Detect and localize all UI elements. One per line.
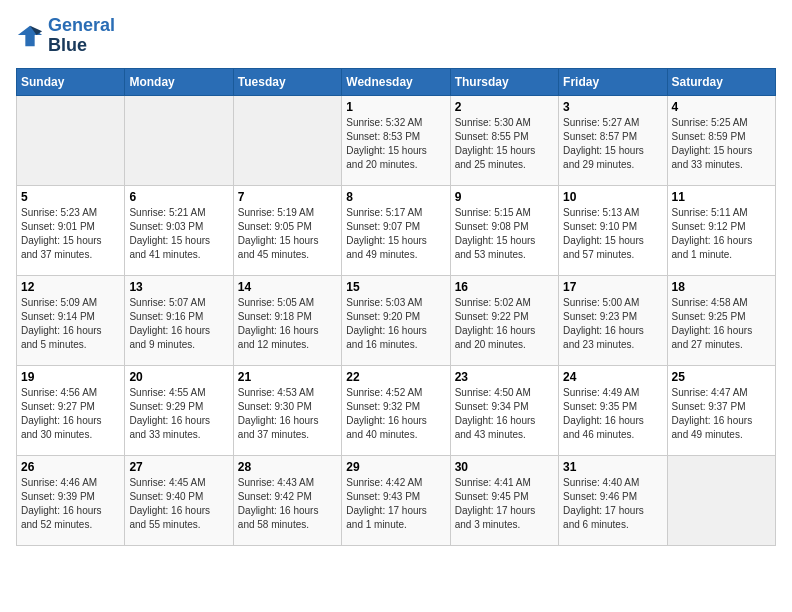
week-row-1: 1Sunrise: 5:32 AM Sunset: 8:53 PM Daylig… [17, 95, 776, 185]
calendar-cell: 25Sunrise: 4:47 AM Sunset: 9:37 PM Dayli… [667, 365, 775, 455]
calendar-cell: 19Sunrise: 4:56 AM Sunset: 9:27 PM Dayli… [17, 365, 125, 455]
logo-icon [16, 22, 44, 50]
calendar-cell: 14Sunrise: 5:05 AM Sunset: 9:18 PM Dayli… [233, 275, 341, 365]
day-info: Sunrise: 5:09 AM Sunset: 9:14 PM Dayligh… [21, 296, 120, 352]
day-number: 6 [129, 190, 228, 204]
calendar-cell: 22Sunrise: 4:52 AM Sunset: 9:32 PM Dayli… [342, 365, 450, 455]
calendar-cell: 30Sunrise: 4:41 AM Sunset: 9:45 PM Dayli… [450, 455, 558, 545]
calendar-cell: 29Sunrise: 4:42 AM Sunset: 9:43 PM Dayli… [342, 455, 450, 545]
logo: GeneralBlue [16, 16, 115, 56]
logo-text: GeneralBlue [48, 16, 115, 56]
svg-marker-0 [18, 26, 42, 47]
day-number: 21 [238, 370, 337, 384]
calendar-cell: 31Sunrise: 4:40 AM Sunset: 9:46 PM Dayli… [559, 455, 667, 545]
day-header-sunday: Sunday [17, 68, 125, 95]
day-info: Sunrise: 4:58 AM Sunset: 9:25 PM Dayligh… [672, 296, 771, 352]
day-number: 20 [129, 370, 228, 384]
day-info: Sunrise: 5:27 AM Sunset: 8:57 PM Dayligh… [563, 116, 662, 172]
calendar-cell: 16Sunrise: 5:02 AM Sunset: 9:22 PM Dayli… [450, 275, 558, 365]
day-header-wednesday: Wednesday [342, 68, 450, 95]
calendar-cell [125, 95, 233, 185]
day-number: 25 [672, 370, 771, 384]
week-row-5: 26Sunrise: 4:46 AM Sunset: 9:39 PM Dayli… [17, 455, 776, 545]
day-number: 22 [346, 370, 445, 384]
day-info: Sunrise: 4:42 AM Sunset: 9:43 PM Dayligh… [346, 476, 445, 532]
day-info: Sunrise: 4:55 AM Sunset: 9:29 PM Dayligh… [129, 386, 228, 442]
day-info: Sunrise: 5:21 AM Sunset: 9:03 PM Dayligh… [129, 206, 228, 262]
day-number: 13 [129, 280, 228, 294]
header-row: SundayMondayTuesdayWednesdayThursdayFrid… [17, 68, 776, 95]
calendar-cell: 12Sunrise: 5:09 AM Sunset: 9:14 PM Dayli… [17, 275, 125, 365]
day-number: 31 [563, 460, 662, 474]
day-number: 11 [672, 190, 771, 204]
calendar-cell: 21Sunrise: 4:53 AM Sunset: 9:30 PM Dayli… [233, 365, 341, 455]
day-number: 23 [455, 370, 554, 384]
day-info: Sunrise: 5:00 AM Sunset: 9:23 PM Dayligh… [563, 296, 662, 352]
calendar-cell: 7Sunrise: 5:19 AM Sunset: 9:05 PM Daylig… [233, 185, 341, 275]
calendar-cell: 27Sunrise: 4:45 AM Sunset: 9:40 PM Dayli… [125, 455, 233, 545]
calendar-cell: 6Sunrise: 5:21 AM Sunset: 9:03 PM Daylig… [125, 185, 233, 275]
calendar-cell: 15Sunrise: 5:03 AM Sunset: 9:20 PM Dayli… [342, 275, 450, 365]
day-number: 1 [346, 100, 445, 114]
day-info: Sunrise: 5:11 AM Sunset: 9:12 PM Dayligh… [672, 206, 771, 262]
calendar-cell: 5Sunrise: 5:23 AM Sunset: 9:01 PM Daylig… [17, 185, 125, 275]
day-info: Sunrise: 5:03 AM Sunset: 9:20 PM Dayligh… [346, 296, 445, 352]
day-number: 30 [455, 460, 554, 474]
calendar-cell: 8Sunrise: 5:17 AM Sunset: 9:07 PM Daylig… [342, 185, 450, 275]
day-info: Sunrise: 5:07 AM Sunset: 9:16 PM Dayligh… [129, 296, 228, 352]
day-number: 3 [563, 100, 662, 114]
day-header-saturday: Saturday [667, 68, 775, 95]
calendar-cell: 18Sunrise: 4:58 AM Sunset: 9:25 PM Dayli… [667, 275, 775, 365]
day-number: 14 [238, 280, 337, 294]
day-info: Sunrise: 5:32 AM Sunset: 8:53 PM Dayligh… [346, 116, 445, 172]
calendar-cell: 2Sunrise: 5:30 AM Sunset: 8:55 PM Daylig… [450, 95, 558, 185]
day-info: Sunrise: 4:53 AM Sunset: 9:30 PM Dayligh… [238, 386, 337, 442]
day-info: Sunrise: 5:02 AM Sunset: 9:22 PM Dayligh… [455, 296, 554, 352]
day-info: Sunrise: 4:52 AM Sunset: 9:32 PM Dayligh… [346, 386, 445, 442]
calendar-cell: 10Sunrise: 5:13 AM Sunset: 9:10 PM Dayli… [559, 185, 667, 275]
week-row-2: 5Sunrise: 5:23 AM Sunset: 9:01 PM Daylig… [17, 185, 776, 275]
calendar-cell: 23Sunrise: 4:50 AM Sunset: 9:34 PM Dayli… [450, 365, 558, 455]
day-info: Sunrise: 4:47 AM Sunset: 9:37 PM Dayligh… [672, 386, 771, 442]
calendar-cell [17, 95, 125, 185]
day-number: 10 [563, 190, 662, 204]
calendar-cell: 28Sunrise: 4:43 AM Sunset: 9:42 PM Dayli… [233, 455, 341, 545]
day-header-monday: Monday [125, 68, 233, 95]
day-number: 27 [129, 460, 228, 474]
day-number: 2 [455, 100, 554, 114]
calendar-cell: 1Sunrise: 5:32 AM Sunset: 8:53 PM Daylig… [342, 95, 450, 185]
day-info: Sunrise: 4:41 AM Sunset: 9:45 PM Dayligh… [455, 476, 554, 532]
day-info: Sunrise: 4:43 AM Sunset: 9:42 PM Dayligh… [238, 476, 337, 532]
calendar-cell: 9Sunrise: 5:15 AM Sunset: 9:08 PM Daylig… [450, 185, 558, 275]
calendar-cell: 17Sunrise: 5:00 AM Sunset: 9:23 PM Dayli… [559, 275, 667, 365]
day-info: Sunrise: 5:23 AM Sunset: 9:01 PM Dayligh… [21, 206, 120, 262]
day-header-tuesday: Tuesday [233, 68, 341, 95]
day-info: Sunrise: 5:15 AM Sunset: 9:08 PM Dayligh… [455, 206, 554, 262]
calendar-cell [233, 95, 341, 185]
page-header: GeneralBlue [16, 16, 776, 56]
day-info: Sunrise: 4:56 AM Sunset: 9:27 PM Dayligh… [21, 386, 120, 442]
day-info: Sunrise: 5:30 AM Sunset: 8:55 PM Dayligh… [455, 116, 554, 172]
day-number: 12 [21, 280, 120, 294]
calendar-cell: 4Sunrise: 5:25 AM Sunset: 8:59 PM Daylig… [667, 95, 775, 185]
day-number: 18 [672, 280, 771, 294]
day-info: Sunrise: 5:17 AM Sunset: 9:07 PM Dayligh… [346, 206, 445, 262]
day-info: Sunrise: 4:40 AM Sunset: 9:46 PM Dayligh… [563, 476, 662, 532]
calendar-cell: 26Sunrise: 4:46 AM Sunset: 9:39 PM Dayli… [17, 455, 125, 545]
day-number: 4 [672, 100, 771, 114]
day-number: 16 [455, 280, 554, 294]
day-number: 5 [21, 190, 120, 204]
calendar-cell: 13Sunrise: 5:07 AM Sunset: 9:16 PM Dayli… [125, 275, 233, 365]
day-number: 28 [238, 460, 337, 474]
day-number: 24 [563, 370, 662, 384]
day-number: 7 [238, 190, 337, 204]
day-info: Sunrise: 5:05 AM Sunset: 9:18 PM Dayligh… [238, 296, 337, 352]
day-info: Sunrise: 4:50 AM Sunset: 9:34 PM Dayligh… [455, 386, 554, 442]
calendar-cell: 3Sunrise: 5:27 AM Sunset: 8:57 PM Daylig… [559, 95, 667, 185]
calendar-cell: 11Sunrise: 5:11 AM Sunset: 9:12 PM Dayli… [667, 185, 775, 275]
day-number: 15 [346, 280, 445, 294]
week-row-3: 12Sunrise: 5:09 AM Sunset: 9:14 PM Dayli… [17, 275, 776, 365]
day-info: Sunrise: 4:46 AM Sunset: 9:39 PM Dayligh… [21, 476, 120, 532]
day-info: Sunrise: 5:19 AM Sunset: 9:05 PM Dayligh… [238, 206, 337, 262]
week-row-4: 19Sunrise: 4:56 AM Sunset: 9:27 PM Dayli… [17, 365, 776, 455]
